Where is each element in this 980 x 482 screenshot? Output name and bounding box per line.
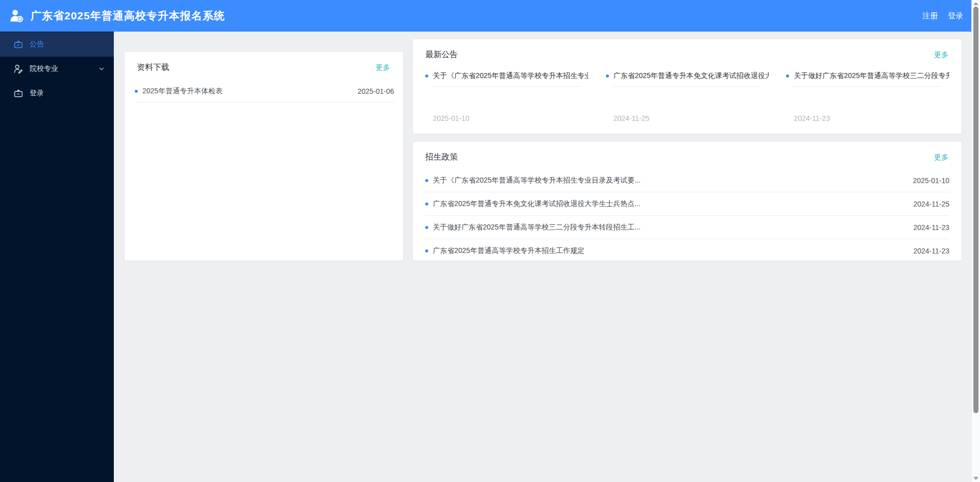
news-item: 广东省2025年普通专升本免文化课考试招收退役大学生士兵热点问答 2024-11… [606,71,769,122]
news-columns: 关于《广东省2025年普通高等学校专升本招生专业目录及考试要求》的公告 2025… [413,60,962,122]
news-more-link[interactable]: 更多 [934,50,948,60]
divider [612,86,761,87]
policy-item-date: 2025-01-10 [913,176,949,185]
person-add-icon [9,8,24,23]
page-title: 广东省2025年普通高校专升本报名系统 [31,9,225,23]
policy-item-title[interactable]: 关于做好广东省2025年普通高等学校三二分段专升本转段招生工... [433,223,906,232]
bullet-icon [425,249,428,252]
news-item-date: 2024-11-25 [614,114,769,122]
downloads-more-link[interactable]: 更多 [376,63,390,72]
policy-item-date: 2024-11-23 [913,247,949,255]
divider [793,86,941,87]
download-item-date: 2025-01-06 [357,87,394,95]
news-item: 关于做好广东省2025年普通高等学校三二分段专升本转段招生工作的通知 2024-… [786,71,949,122]
policy-list-item[interactable]: 关于《广东省2025年普通高等学校专升本招生专业目录及考试要... 2025-0… [425,169,949,192]
policy-item-title[interactable]: 广东省2025年普通高等学校专升本招生工作规定 [433,246,906,256]
policy-item-title[interactable]: 关于《广东省2025年普通高等学校专升本招生专业目录及考试要... [433,176,905,185]
app-header: 广东省2025年普通高校专升本报名系统 注册 登录 [0,0,971,32]
bullet-icon [786,74,789,78]
bullet-icon [425,74,428,78]
policy-card-header: 招生政策 更多 [413,142,962,163]
download-list-item[interactable]: 2025年普通专升本体检表 2025-01-06 [135,80,394,103]
downloads-card-title: 资料下载 [137,62,169,73]
bullet-icon [135,90,138,93]
downloads-card-header: 资料下载 更多 [125,52,403,73]
header-actions: 注册 登录 [922,11,963,21]
policy-list-item[interactable]: 广东省2025年普通专升本免文化课考试招收退役大学生士兵热点... 2024-1… [425,192,949,216]
user-edit-icon [13,64,23,74]
news-item: 关于《广东省2025年普通高等学校专升本招生专业目录及考试要求》的公告 2025… [425,71,589,122]
news-item-title[interactable]: 关于做好广东省2025年普通高等学校三二分段专升本转段招生工作的通知 [794,71,949,81]
news-card-title: 最新公告 [425,49,458,60]
register-link[interactable]: 注册 [922,11,938,21]
divider [432,86,580,87]
policy-item-date: 2024-11-25 [913,200,949,208]
login-link[interactable]: 登录 [948,11,963,21]
policy-list-item[interactable]: 广东省2025年普通高等学校专升本招生工作规定 2024-11-23 [425,239,949,263]
news-card-header: 最新公告 更多 [413,39,962,60]
bullet-icon [425,226,428,229]
scrollbar-thumb[interactable] [973,7,978,413]
policy-list: 关于《广东省2025年普通高等学校专升本招生专业目录及考试要... 2025-0… [425,169,949,263]
download-item-title[interactable]: 2025年普通专升本体检表 [142,87,351,96]
sidebar-item-colleges-majors[interactable]: 院校专业 [0,57,114,81]
sidebar-item-announcements[interactable]: 公告 [0,32,114,57]
announcement-icon [13,39,23,49]
policy-item-date: 2024-11-23 [913,223,949,232]
scroll-up-icon[interactable] [973,2,978,5]
latest-news-card: 最新公告 更多 关于《广东省2025年普通高等学校专升本招生专业目录及考试要求》… [413,39,962,134]
news-item-title-row[interactable]: 关于做好广东省2025年普通高等学校三二分段专升本转段招生工作的通知 [786,71,949,81]
page-scrollbar[interactable] [971,0,980,482]
news-item-date: 2025-01-10 [433,114,589,122]
news-item-title[interactable]: 广东省2025年普通专升本免文化课考试招收退役大学生士兵热点问答 [614,71,769,81]
policy-card: 招生政策 更多 关于《广东省2025年普通高等学校专升本招生专业目录及考试要..… [413,142,962,261]
sidebar: 公告 院校专业 登录 [0,32,114,482]
news-item-date: 2024-11-23 [794,114,949,122]
bullet-icon [425,179,428,182]
scroll-down-icon[interactable] [973,477,978,480]
bullet-icon [606,74,609,78]
policy-card-title: 招生政策 [425,152,458,163]
bullet-icon [425,202,428,206]
news-item-title-row[interactable]: 广东省2025年普通专升本免文化课考试招收退役大学生士兵热点问答 [606,71,769,81]
sidebar-item-label: 院校专业 [30,64,99,73]
policy-more-link[interactable]: 更多 [934,153,948,162]
policy-list-item[interactable]: 关于做好广东省2025年普通高等学校三二分段专升本转段招生工... 2024-1… [425,216,949,239]
news-item-title[interactable]: 关于《广东省2025年普通高等学校专升本招生专业目录及考试要求》的公告 [433,71,589,81]
policy-item-title[interactable]: 广东省2025年普通专升本免文化课考试招收退役大学生士兵热点... [433,199,906,209]
downloads-card: 资料下载 更多 2025年普通专升本体检表 2025-01-06 [125,52,403,261]
news-item-title-row[interactable]: 关于《广东省2025年普通高等学校专升本招生专业目录及考试要求》的公告 [425,71,589,81]
sidebar-item-label: 公告 [30,40,105,49]
sidebar-item-login[interactable]: 登录 [0,81,114,106]
chevron-down-icon [99,66,105,72]
login-icon [13,88,23,98]
sidebar-item-label: 登录 [30,89,105,98]
